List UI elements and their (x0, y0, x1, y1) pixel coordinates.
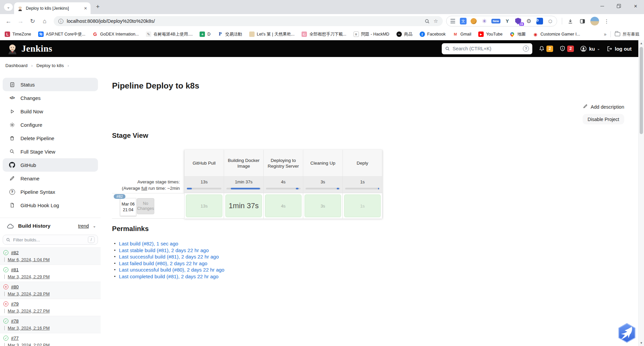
build-id-link[interactable]: #79 (11, 301, 19, 306)
chevron-down-icon[interactable]: ⌄ (93, 224, 96, 228)
stage-run-cell[interactable]: 13s (184, 193, 224, 219)
scrollbar-thumb[interactable] (640, 47, 643, 134)
trend-link[interactable]: trend (78, 223, 89, 229)
bookmark-customize-gamer[interactable]: ◉Customize Gamer I... (533, 32, 580, 37)
extensions-puzzle-icon[interactable]: ⬡ (547, 17, 554, 25)
permalink-last-failed[interactable]: Last failed build (#80), 2 days 22 hr ag… (119, 260, 208, 267)
breadcrumb-dashboard[interactable]: Dashboard (5, 63, 28, 68)
restore-button[interactable] (610, 0, 627, 12)
notifications-button[interactable]: 2 (538, 45, 553, 52)
run-date-cell[interactable]: Mar 06 21:04 (120, 198, 136, 216)
build-date-link[interactable]: Mar 3, 2024, 2:28 PM (8, 291, 50, 296)
new-badge-extension-icon[interactable]: New (491, 19, 500, 23)
bookmark-hackmd[interactable]: ≡問題 - HackMD (354, 32, 389, 37)
browser-tab[interactable]: Deploy to k8s [Jenkins] ✕ (14, 2, 91, 14)
bookmark-godex[interactable]: GGoDEX Internation... (92, 32, 139, 37)
sidebar-item-github[interactable]: GitHub (3, 158, 98, 172)
asterisk-extension-icon[interactable]: ✳ (481, 17, 488, 25)
sidebar-item-rename[interactable]: Rename (3, 172, 98, 185)
home-button[interactable]: ⌂ (39, 15, 50, 27)
build-row-77[interactable]: ✓#77 Mar 3, 2024, 2:02 PM (0, 333, 101, 346)
minimize-button[interactable] (594, 0, 610, 12)
permalink-last-stable[interactable]: Last stable build (#81), 2 days 22 hr ag… (119, 247, 209, 254)
bookmark-download-site[interactable]: G全部都想手刀下載... (302, 32, 346, 37)
build-date-link[interactable]: Mar 3, 2024, 2:29 PM (8, 274, 50, 279)
bookmark-shop[interactable]: ~商品 (396, 32, 413, 37)
search-help-icon[interactable]: ? (523, 46, 529, 52)
build-id-link[interactable]: #77 (11, 336, 19, 341)
stage-run-cell[interactable]: 3s (303, 193, 342, 219)
build-id-link[interactable]: #78 (11, 319, 19, 324)
search-input[interactable] (452, 46, 520, 51)
bookmark-star-icon[interactable]: ☆ (434, 18, 438, 24)
profile-avatar[interactable] (589, 15, 600, 27)
stage-run-cell[interactable]: 4s (264, 193, 303, 219)
bookmark-lets-fruit[interactable]: Let's 菓 | 天然果乾... (249, 32, 295, 37)
permalink-last-unsuccessful[interactable]: Last unsuccessful build (#80), 2 days 22… (119, 267, 224, 273)
all-bookmarks-button[interactable]: 所有書籤 (615, 32, 639, 37)
build-id-link[interactable]: #80 (11, 284, 19, 289)
sidebar-item-changes[interactable]: </> Changes (3, 91, 98, 105)
bitwarden-extension-icon[interactable]: b (536, 17, 543, 25)
build-row-82[interactable]: ✓#82 Mar 6, 2024, 1:04 PM (0, 247, 101, 265)
tab-close-icon[interactable]: ✕ (84, 6, 87, 11)
stage-run-cell[interactable]: 1min 37s (224, 193, 263, 219)
sidebar-item-build-now[interactable]: Build Now (3, 105, 98, 118)
filter-builds-input[interactable] (13, 237, 85, 242)
run-build-badge[interactable]: #82 (114, 194, 125, 199)
address-bar[interactable]: i localhost:8080/job/Deploy%20to%20k8s/ … (54, 16, 443, 26)
stage-run-cell[interactable]: 1s (343, 193, 382, 219)
scroll-down-arrow-icon[interactable]: ▼ (639, 341, 644, 345)
build-id-link[interactable]: #81 (11, 267, 19, 272)
user-menu[interactable]: ku ⌄ (580, 45, 600, 52)
bookmark-timezone[interactable]: LTimeZone (5, 32, 31, 37)
bookmark-youtube[interactable]: ▶YouTube (478, 32, 502, 37)
sidebar-item-status[interactable]: Status (3, 78, 98, 91)
tab-search-button[interactable]: ⌄ (4, 3, 13, 11)
forward-button[interactable]: → (15, 15, 26, 27)
permalink-last-completed[interactable]: Last completed build (#81), 2 days 22 hr… (119, 273, 219, 280)
back-button[interactable]: ← (3, 15, 14, 27)
build-date-link[interactable]: Mar 3, 2024, 2:16 PM (8, 326, 50, 331)
close-button[interactable]: ✕ (627, 0, 644, 12)
new-tab-button[interactable]: + (96, 3, 100, 10)
thunder-download-icon[interactable] (616, 323, 637, 343)
scroll-up-arrow-icon[interactable]: ▲ (639, 42, 644, 45)
disable-project-button[interactable]: Disable Project (583, 114, 624, 124)
jenkins-brand[interactable]: Jenkins (7, 43, 52, 54)
add-description-button[interactable]: Add description (583, 104, 624, 110)
reload-button[interactable]: ↻ (27, 15, 38, 27)
build-id-link[interactable]: #82 (11, 250, 19, 255)
build-date-link[interactable]: Mar 6, 2024, 1:04 PM (8, 257, 50, 262)
fork-extension-icon[interactable]: Y (504, 17, 511, 25)
url-text[interactable]: localhost:8080/job/Deploy%20to%20k8s/ (67, 18, 421, 24)
build-row-81[interactable]: ✓#81 Mar 3, 2024, 2:29 PM (0, 265, 101, 282)
breadcrumb-job[interactable]: Deploy to k8s (36, 63, 64, 68)
bookmark-facebook[interactable]: fFacebook (420, 32, 446, 37)
logout-button[interactable]: log out (606, 46, 632, 52)
security-button[interactable]: 2 (559, 45, 574, 52)
list-extension-icon[interactable] (449, 17, 457, 25)
zoom-icon[interactable] (425, 19, 430, 24)
shield-extension-icon[interactable]: 28 (515, 17, 522, 25)
browser-menu-button[interactable]: ⋮ (601, 15, 612, 27)
cookie-extension-icon[interactable] (470, 17, 477, 25)
settings-extension-icon[interactable]: ⚙ (525, 17, 533, 25)
build-row-78[interactable]: ✓#78 Mar 3, 2024, 2:16 PM (0, 316, 101, 333)
build-date-link[interactable]: Mar 3, 2024, 2:02 PM (8, 343, 50, 346)
translate-extension-icon[interactable]: 文 (460, 18, 467, 24)
jenkins-search-box[interactable]: ? (442, 43, 532, 54)
side-panel-button[interactable] (577, 15, 588, 27)
sidebar-item-configure[interactable]: Configure (3, 118, 98, 131)
bookmark-gmail[interactable]: MGmail (452, 32, 471, 37)
site-info-icon[interactable]: i (58, 19, 63, 24)
bookmark-aspnet[interactable]: 知ASP.NET Core中使... (38, 32, 86, 37)
build-date-link[interactable]: Mar 3, 2024, 2:27 PM (8, 308, 50, 313)
page-scrollbar[interactable]: ▲ ▼ (638, 40, 644, 346)
build-row-79[interactable]: ✕#79 Mar 3, 2024, 2:27 PM (0, 299, 101, 316)
downloads-button[interactable] (565, 15, 576, 27)
permalink-last-build[interactable]: Last build (#82), 1 sec ago (119, 240, 178, 247)
sidebar-item-pipeline-syntax[interactable]: ? Pipeline Syntax (3, 185, 98, 198)
breadcrumb-separator-icon[interactable]: › (67, 63, 69, 68)
sidebar-item-github-hook-log[interactable]: GitHub Hook Log (3, 198, 98, 212)
